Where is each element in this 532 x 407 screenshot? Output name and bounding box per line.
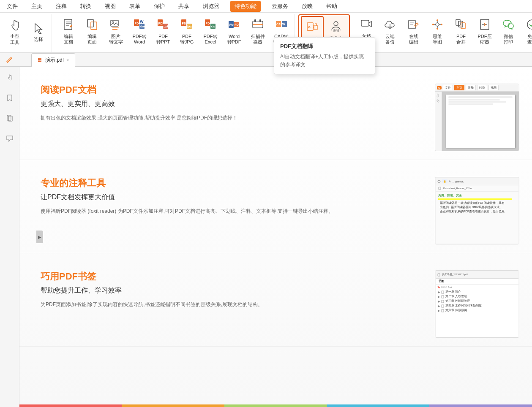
menu-file[interactable]: 文件 [4,1,20,12]
tooltip-box: PDF文档翻译 AI自动文档翻译+人工排版，提供实惠的参考译文 [274,37,375,74]
sidebar-bookmark-icon[interactable] [3,91,16,105]
pdf-excel-label: PDF转Excel [204,34,218,45]
online-edit-button[interactable]: 在线编辑 [402,14,425,49]
mind-map-button[interactable]: 思维导图 [426,14,449,49]
tab-label: 演示.pdf [45,57,64,64]
mini-safe-label: 免费、快速、安全 [438,193,516,198]
promo-desc-bookmark: 为PDF页面添加书签,除了实现内容的快速导航,书签还能指明不同书签的层级关系,展… [41,300,422,309]
menu-form[interactable]: 表单 [127,1,143,12]
svg-rect-59 [458,21,463,27]
promo-title-bookmark: 巧用PDF书签 [41,270,422,283]
pdf-compress-button[interactable]: PDF压缩器 [473,14,496,49]
menu-share[interactable]: 共享 [176,1,192,12]
mini-toolbar-read: G 文件 主页 注释 转换 视图 [435,84,519,92]
svg-rect-75 [442,300,444,303]
pdf-word-icon: PDF W doc [132,17,147,32]
cloud-icon [382,17,398,32]
pdf-translate-icon: A 文 [305,19,320,35]
check-icon [524,17,532,32]
promo-text-bookmark: 巧用PDF书签 帮助您提升工作、学习效率 为PDF页面添加书签,除了实现内容的快… [41,270,422,309]
menu-home[interactable]: 主页 [29,1,45,12]
mini-file-icon [438,187,442,190]
menu-view[interactable]: 视图 [102,1,118,12]
online-edit-label: 在线编辑 [409,34,418,45]
mini-tab-view: 视图 [488,85,499,90]
mini-tree: ▶第一章 简介 ▶第二章 入职管理 ▶第三章 述职期管理 ▶第四章 工作时间和考… [436,290,518,313]
pdf-tab[interactable]: PDF 演示.pdf × [31,53,75,67]
mind-label: 思维导图 [433,34,442,45]
menu-help[interactable]: 帮助 [324,1,340,12]
pdf-merge-button[interactable]: PDF合并 [450,14,472,49]
svg-text:PDF: PDF [235,23,241,26]
svg-text:jpg: jpg [187,25,192,28]
sidebar-pages-icon[interactable] [3,111,16,125]
svg-rect-34 [259,19,261,22]
svg-rect-4 [87,19,93,27]
scan-button[interactable]: 扫描件换器 [246,14,269,49]
sidebar-comment-icon[interactable] [3,132,16,145]
sidebar-hand-icon[interactable] [3,71,16,84]
promo-title-read: 阅读PDF文档 [41,84,422,96]
wechat-print-button[interactable]: 微信打印 [497,14,520,49]
svg-text:ppt: ppt [164,25,169,28]
mini-badge-read: G [437,86,442,90]
free-check-button[interactable]: 免费查重 [521,14,532,49]
svg-text:翻译: 翻译 [333,29,339,32]
svg-rect-72 [438,274,440,276]
content-area: 阅读PDF文档 更强大、更实用、更高效 拥有出色的文档渲染效果,强大的页面管理功… [19,67,532,407]
pdf-to-jpg-button[interactable]: PDF jpg PDF转JPG [175,14,198,49]
svg-rect-0 [64,19,72,30]
image-to-text-button[interactable]: 图片转文字 [104,14,127,49]
word-to-pdf-button[interactable]: Word PDF Word转PDF [223,14,246,49]
promo-section-bookmark: 巧用PDF书签 帮助您提升工作、学习效率 为PDF页面添加书签,除了实现内容的快… [19,253,532,347]
sidebar-collapse-arrow[interactable]: ▶ [36,231,43,243]
cloud-backup-button[interactable]: 云端备份 [379,14,401,49]
edit-tab-icon[interactable] [4,55,14,65]
tooltip-desc: AI自动文档翻译+人工排版，提供实惠的参考译文 [280,53,369,69]
mini-edit-icon: ✎ [449,180,451,183]
menu-bar: 文件 主页 注释 转换 视图 表单 保护 共享 浏览器 特色功能 云服务 放映 … [0,0,532,13]
cloud-backup-label: 云端备份 [385,34,395,45]
select-button[interactable]: 选择 [27,14,50,49]
tab-close-button[interactable]: × [66,58,69,62]
mini-tree-item-0: ▶第一章 简介 [436,290,518,294]
pdf-to-ppt-button[interactable]: PDF ppt PDF转PPT [152,14,175,49]
cad-icon: CAD W [274,17,289,32]
edit-doc-button[interactable]: 编辑文档 [57,14,80,49]
main-area: ▶ 阅读PDF文档 更强大、更实用、更高效 拥有出色的文档渲染效果,强大的页面管… [0,67,532,407]
wechat-icon [501,17,516,32]
promo-image-annotate: ✋ ✎ ... 文件转换 Datasheet_Reader_CN.o... 免费… [435,177,519,244]
merge-icon [453,17,469,32]
scan-label: 扫描件换器 [251,34,265,45]
pdf-to-excel-button[interactable]: PDF xls PDF转Excel [199,14,222,49]
pdf-to-word-button[interactable]: PDF W doc PDF转Word [128,14,151,49]
image-icon [108,17,123,32]
tooltip-title: PDF文档翻译 [280,43,369,50]
mind-icon [430,17,445,32]
svg-rect-71 [439,187,441,190]
mini-tree-item-3: ▶第四章 工作时间和考勤制度 [436,304,518,308]
hand-tool-button[interactable]: 手型工具 [3,14,26,49]
menu-browser[interactable]: 浏览器 [200,1,222,12]
mini-employee-tab: 员工手册_20120917.pdf [442,273,468,276]
mini-viewer-bookmark: 员工手册_20120917.pdf 书签 🔖□□□AA ▶第一章 简介 ▶第二章… [435,271,519,337]
mini-viewer-annotate: ✋ ✎ ... 文件转换 Datasheet_Reader_CN.o... 免费… [435,177,519,244]
ribbon-group-cloud: 文档会议 云端备份 在线编辑 思维导图 PDF合 [353,14,532,52]
menu-cloud[interactable]: 云服务 [269,1,291,12]
promo-subtitle-read: 更强大、更实用、更高效 [41,100,422,109]
menu-present[interactable]: 放映 [299,1,315,12]
pdf-jpg-label: PDF转JPG [180,34,194,45]
menu-annotate[interactable]: 注释 [53,1,69,12]
menu-special[interactable]: 特色功能 [230,1,261,12]
word-pdf-icon: Word PDF [226,17,242,32]
svg-point-56 [432,24,434,25]
select-icon [32,22,45,36]
select-label: 选择 [34,36,43,43]
promo-text-annotate: 专业的注释工具 让PDF文档发挥更大价值 使用福昕PDF阅读器 (foxit r… [41,177,422,216]
pdf-ppt-icon: PDF ppt [156,17,171,32]
menu-protect[interactable]: 保护 [151,1,167,12]
edit-page-button[interactable]: 编辑页面 [81,14,104,49]
mini-more: ... [452,180,454,183]
bottom-color-bar [19,404,532,407]
menu-convert[interactable]: 转换 [78,1,94,12]
